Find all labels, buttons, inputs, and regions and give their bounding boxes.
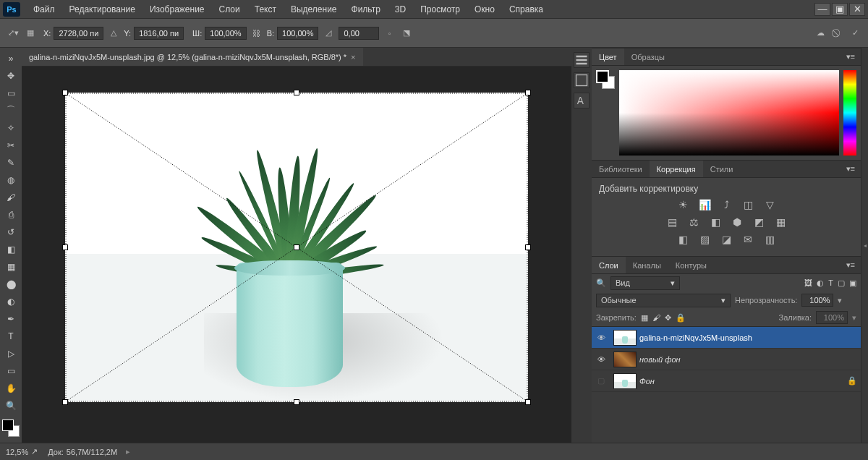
interpolation-icon[interactable]: ◦ (383, 27, 395, 39)
w-value[interactable]: 100,00% (205, 27, 246, 40)
threshold-icon[interactable]: ◪ (720, 233, 733, 246)
magic-wand-tool[interactable]: ✧ (2, 120, 20, 135)
exposure-icon[interactable]: ◫ (741, 198, 754, 211)
layer-thumbnail[interactable] (613, 373, 637, 389)
layer-thumbnail[interactable] (613, 352, 637, 367)
properties-panel-icon[interactable] (574, 72, 590, 88)
y-value[interactable]: 1816,00 пи (134, 27, 184, 40)
visibility-toggle[interactable]: 👁 (592, 355, 610, 364)
marquee-tool[interactable]: ▭ (2, 85, 20, 101)
warp-icon[interactable]: ☁ (812, 25, 829, 42)
channel-mixer-icon[interactable]: ◩ (752, 216, 765, 229)
blur-tool[interactable]: ⬤ (2, 276, 20, 291)
lock-brush-icon[interactable]: 🖌 (652, 313, 660, 322)
crop-tool[interactable]: ✂ (2, 137, 20, 153)
document-tab[interactable]: galina-n-miziNqvJx5M-unsplash.jpg @ 12,5… (22, 48, 363, 66)
shape-tool[interactable]: ▭ (2, 363, 20, 378)
move-tool[interactable]: ✥ (2, 68, 20, 83)
reference-point-icon[interactable]: ▦ (22, 25, 39, 42)
character-panel-icon[interactable]: A (574, 93, 590, 108)
tab-adjustments[interactable]: Коррекция (650, 161, 703, 177)
menu-text[interactable]: Текст (255, 4, 276, 14)
close-button[interactable]: ✕ (849, 3, 865, 16)
zoom-tool[interactable]: 🔍 (2, 398, 20, 413)
hue-sat-icon[interactable]: ▤ (665, 216, 678, 229)
opacity-value[interactable]: 100% (801, 294, 833, 307)
handle-se[interactable] (525, 399, 531, 405)
invert-icon[interactable]: ◧ (676, 233, 689, 246)
brush-tool[interactable]: 🖌 (2, 189, 20, 205)
filter-smart-icon[interactable]: ▣ (849, 278, 856, 288)
panel-menu-icon[interactable]: ▾≡ (841, 52, 861, 61)
fill-value[interactable]: 100% (816, 311, 848, 324)
spot-heal-tool[interactable]: ◍ (2, 172, 20, 187)
layer-thumbnail[interactable] (613, 330, 637, 346)
menu-file[interactable]: Файл (33, 4, 55, 14)
skew-icon[interactable]: ⬔ (401, 27, 412, 39)
layer-name[interactable]: galina-n-miziNqvJx5M-unsplash (639, 333, 861, 342)
minimize-button[interactable]: — (814, 3, 830, 16)
menu-layers[interactable]: Слои (219, 4, 240, 14)
eyedropper-tool[interactable]: ✎ (2, 155, 20, 170)
pen-tool[interactable]: ✒ (2, 311, 20, 326)
handle-e[interactable] (525, 244, 531, 250)
filter-adjust-icon[interactable]: ◐ (817, 278, 824, 288)
tab-color[interactable]: Цвет (592, 48, 624, 65)
foreground-background-swatch[interactable] (596, 70, 615, 89)
delta-icon[interactable]: △ (108, 27, 119, 39)
lasso-tool[interactable]: ⌒ (2, 103, 20, 118)
history-brush-tool[interactable]: ↺ (2, 224, 20, 239)
filter-shape-icon[interactable]: ▢ (838, 278, 845, 288)
curves-icon[interactable]: ⤴ (720, 198, 733, 211)
layer-row[interactable]: 👁 galina-n-miziNqvJx5M-unsplash (592, 327, 861, 349)
color-balance-icon[interactable]: ⚖ (687, 216, 700, 229)
posterize-icon[interactable]: ▨ (698, 233, 711, 246)
type-tool[interactable]: T (2, 328, 20, 344)
filter-image-icon[interactable]: 🖼 (804, 278, 812, 287)
tab-swatches[interactable]: Образцы (624, 48, 672, 65)
handle-center[interactable] (294, 244, 299, 250)
cancel-transform-button[interactable]: ⃠ (829, 25, 846, 42)
color-swatch[interactable] (2, 419, 20, 437)
menu-image[interactable]: Изображение (150, 4, 205, 14)
color-field[interactable] (619, 70, 839, 156)
dodge-tool[interactable]: ◐ (2, 294, 20, 309)
handle-s[interactable] (294, 399, 299, 405)
zoom-popup-icon[interactable]: ↗ (31, 447, 38, 456)
lock-position-icon[interactable]: ✥ (665, 313, 671, 323)
canvas[interactable] (65, 93, 528, 402)
tab-paths[interactable]: Контуры (668, 257, 714, 273)
panel-menu-icon[interactable]: ▾≡ (841, 164, 861, 174)
expand-icon[interactable]: » (2, 51, 20, 66)
layer-name[interactable]: новый фон (639, 355, 861, 364)
menu-help[interactable]: Справка (509, 4, 543, 14)
layer-row[interactable]: ▢ Фон 🔒 (592, 370, 861, 392)
path-select-tool[interactable]: ▷ (2, 346, 20, 361)
commit-transform-button[interactable]: ✓ (846, 25, 864, 42)
tab-libraries[interactable]: Библиотеки (592, 161, 650, 177)
menu-select[interactable]: Выделение (291, 4, 337, 14)
lookup-icon[interactable]: ▦ (774, 216, 787, 229)
close-icon[interactable]: × (351, 53, 355, 61)
link-icon[interactable]: ⛓ (251, 27, 263, 39)
menu-3d[interactable]: 3D (395, 4, 406, 14)
tab-styles[interactable]: Стили (703, 161, 741, 177)
handle-nw[interactable] (62, 90, 68, 95)
blend-mode-select[interactable]: Обычные▾ (596, 294, 731, 307)
maximize-button[interactable]: ▣ (832, 3, 848, 16)
layer-filter-select[interactable]: Вид▾ (610, 276, 680, 290)
gradient-tool[interactable]: ▦ (2, 259, 20, 274)
handle-sw[interactable] (62, 399, 68, 405)
lock-all-icon[interactable]: 🔒 (676, 313, 686, 323)
history-panel-icon[interactable] (574, 52, 590, 68)
menu-view[interactable]: Просмотр (420, 4, 460, 14)
zoom-value[interactable]: 12,5% (6, 448, 28, 456)
hand-tool[interactable]: ✋ (2, 380, 20, 396)
hue-slider[interactable] (843, 70, 856, 156)
panel-collapse-handle[interactable]: ◂ (861, 48, 868, 443)
handle-n[interactable] (294, 90, 299, 95)
visibility-toggle[interactable]: 👁 (592, 333, 610, 342)
tab-layers[interactable]: Слои (592, 257, 626, 273)
brightness-icon[interactable]: ☀ (676, 198, 689, 211)
menu-filter[interactable]: Фильтр (352, 4, 380, 14)
